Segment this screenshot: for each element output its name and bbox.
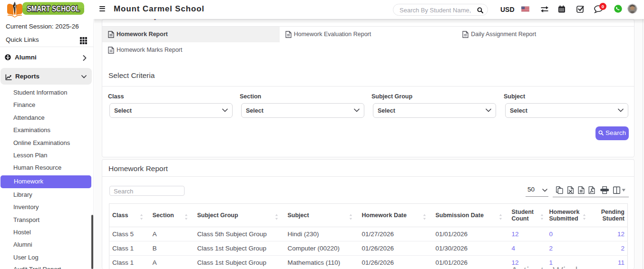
svg-text:SMART SCHOOL: SMART SCHOOL — [27, 4, 80, 13]
